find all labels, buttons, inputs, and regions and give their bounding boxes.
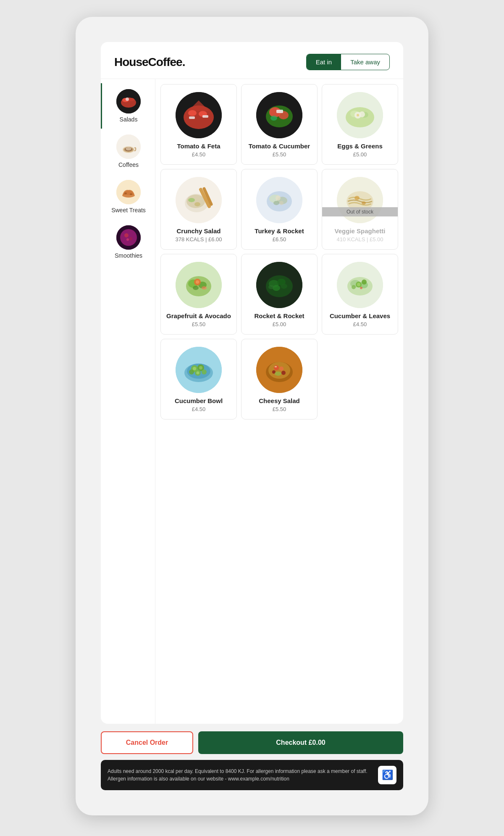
app-logo: HouseCoffee. [114,55,185,69]
svg-point-90 [189,369,194,374]
cheesy-salad-image [256,347,302,393]
order-type-toggle[interactable]: Eat in Take away [306,54,390,70]
menu-card-grapefruit-avocado[interactable]: Grapefruit & Avocado £5.50 [160,254,237,335]
turkey-rocket-name: Turkey & Rocket [255,227,304,235]
svg-point-11 [124,193,127,194]
footer-bar: Cancel Order Checkout £0.00 [101,724,403,754]
svg-rect-100 [275,366,277,367]
svg-point-55 [354,196,360,200]
svg-point-64 [202,286,207,290]
crunchy-salad-image [176,177,222,223]
tomato-cucumber-name: Tomato & Cucumber [249,142,310,150]
eggs-greens-name: Eggs & Greens [337,142,383,150]
sweet-treats-icon [116,180,141,204]
grapefruit-avocado-name: Grapefruit & Avocado [166,312,231,319]
menu-card-turkey-rocket[interactable]: Turkey & Rocket £6.50 [241,169,318,250]
svg-point-12 [130,193,132,195]
sidebar-smoothies-label: Smoothies [115,252,142,259]
info-bar: Adults need around 2000 kcal per day. Eq… [101,760,403,790]
svg-point-51 [279,201,284,205]
eggs-greens-image [337,92,383,138]
salads-icon [116,89,141,113]
menu-card-veggie-spaghetti: Out of stock Veggie Spaghetti 410 KCALS … [322,169,398,250]
menu-card-tomato-cucumber[interactable]: Tomato & Cucumber £5.50 [241,84,318,165]
turkey-rocket-detail: £6.50 [273,236,286,243]
svg-point-30 [270,116,277,121]
sidebar-item-sweet-treats[interactable]: Sweet Treats [101,174,155,219]
menu-card-tomato-feta[interactable]: Tomato & Feta £4.50 [160,84,237,165]
svg-point-80 [360,287,362,289]
checkout-button[interactable]: Checkout £0.00 [198,731,403,754]
menu-card-crunchy-salad[interactable]: Crunchy Salad 378 KCALS | £6.00 [160,169,237,250]
cucumber-bowl-detail: £4.50 [192,406,206,412]
menu-grid: Tomato & Feta £4.50 [160,84,398,419]
menu-card-cheesy-salad[interactable]: Cheesy Salad £5.50 [241,339,318,419]
svg-rect-29 [276,110,283,113]
eggs-greens-detail: £5.00 [353,151,367,158]
svg-point-78 [362,280,367,285]
svg-point-71 [268,285,274,289]
svg-rect-24 [202,115,208,118]
sidebar-salads-label: Salads [120,116,138,123]
grapefruit-avocado-detail: £5.50 [192,321,206,327]
svg-point-96 [279,367,284,371]
svg-point-95 [274,365,279,370]
svg-point-50 [276,195,281,200]
crunchy-salad-detail: 378 KCALS | £6.00 [175,236,222,243]
cucumber-leaves-detail: £4.50 [353,321,367,327]
svg-point-14 [120,229,137,246]
svg-point-87 [199,366,202,369]
svg-point-9 [126,147,131,150]
menu-content: Tomato & Feta £4.50 [155,79,403,724]
rocket-rocket-detail: £5.00 [273,321,286,327]
tomato-cucumber-image [256,92,302,138]
tomato-feta-name: Tomato & Feta [177,142,220,150]
cheesy-salad-name: Cheesy Salad [259,397,300,404]
svg-point-52 [273,201,279,205]
cucumber-leaves-name: Cucumber & Leaves [330,312,390,319]
menu-card-rocket-rocket[interactable]: Rocket & Rocket £5.00 [241,254,318,335]
svg-point-16 [129,237,132,240]
main-layout: Salads Coffees [101,79,403,724]
svg-point-98 [281,371,286,375]
svg-point-94 [268,362,290,379]
grapefruit-avocado-image [176,262,222,308]
svg-point-21 [188,110,197,116]
svg-point-85 [193,367,196,370]
veggie-spaghetti-detail: 410 KCALS | £5.00 [336,236,383,243]
svg-point-45 [194,202,200,206]
accessibility-button[interactable]: ♿ [378,766,396,784]
svg-point-79 [352,285,356,289]
svg-point-56 [362,201,366,205]
sidebar-item-smoothies[interactable]: Smoothies [101,219,155,265]
turkey-rocket-image [256,177,302,223]
menu-card-cucumber-leaves[interactable]: Cucumber & Leaves £4.50 [322,254,398,335]
svg-point-3 [129,98,134,101]
menu-card-cucumber-bowl[interactable]: Cucumber Bowl £4.50 [160,339,237,419]
svg-rect-23 [189,116,195,119]
sidebar-item-salads[interactable]: Salads [101,83,155,129]
sidebar-item-coffees[interactable]: Coffees [101,129,155,174]
cheesy-salad-detail: £5.50 [273,406,286,412]
coffees-icon [116,134,141,159]
svg-point-62 [196,280,199,284]
menu-card-eggs-greens[interactable]: Eggs & Greens £5.00 [322,84,398,165]
cucumber-bowl-image [176,347,222,393]
svg-point-44 [188,198,195,202]
cancel-order-button[interactable]: Cancel Order [101,731,193,754]
svg-point-15 [124,233,129,237]
sidebar-coffees-label: Coffees [118,161,139,168]
sidebar: Salads Coffees [101,79,155,724]
smoothies-icon [116,225,141,250]
svg-point-77 [357,283,360,286]
tomato-feta-image [176,92,222,138]
svg-point-89 [197,372,200,374]
eat-in-button[interactable]: Eat in [307,54,341,70]
svg-point-99 [275,372,281,376]
info-bar-text: Adults need around 2000 kcal per day. Eq… [108,767,371,783]
take-away-button[interactable]: Take away [341,54,389,70]
svg-point-70 [281,284,287,289]
header: HouseCoffee. Eat in Take away [101,42,403,79]
svg-point-91 [202,369,207,374]
accessibility-icon: ♿ [382,770,393,781]
